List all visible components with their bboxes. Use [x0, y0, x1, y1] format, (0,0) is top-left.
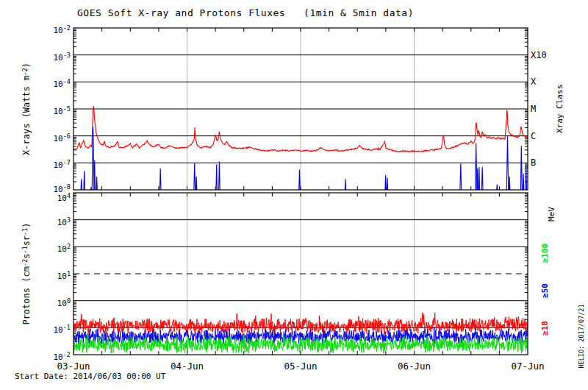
protons-y-tick-label: 103 [38, 215, 71, 228]
goes-flux-plot: GOES Soft X-ray and Protons Fluxes (1min… [0, 0, 588, 390]
xray-blue-spike [481, 167, 483, 190]
xray-blue-spike [216, 164, 218, 190]
proton-energy-label: ≥100 [540, 244, 550, 263]
x-tick-label: 03-Jun [57, 361, 90, 372]
protons-panel [74, 193, 528, 355]
xray-blue-spike [526, 166, 527, 190]
x-tick-label: 06-Jun [398, 361, 431, 372]
xray-blue-spike [520, 146, 522, 190]
xray-y-tick-label: 10-6 [38, 131, 71, 144]
xray-blue-spike [509, 177, 510, 190]
start-date-label: Start Date: 2014/06/03 00:00 UT [15, 372, 165, 381]
xray-class-label: X [531, 77, 536, 87]
xray-blue-spike [476, 143, 477, 190]
protons-y-tick-label: 102 [38, 241, 71, 255]
xray-class-label: X10 [531, 50, 547, 60]
helio-watermark: HELIO: 2017/07/21 [578, 305, 585, 369]
xray-y-tick-label: 10-2 [38, 23, 71, 36]
proton-energy-label: ≥10 [540, 321, 550, 336]
x-tick-label: 07-Jun [511, 361, 544, 372]
x-tick-label: 04-Jun [171, 361, 204, 372]
xray-class-label: C [531, 131, 536, 141]
xray-blue-spike [159, 169, 161, 190]
xray-blue-spike [96, 177, 97, 190]
protons-y-tick-label: 101 [38, 269, 71, 282]
xray-blue-spike [497, 185, 498, 190]
xray-blue-spike [81, 179, 82, 190]
xray-y-tick-label: 10-7 [38, 157, 71, 171]
proton-energy-label: ≥50 [540, 283, 550, 298]
xray-panel [74, 28, 528, 190]
xray-blue-spike [345, 179, 345, 190]
xray-y-tick-label: 10-5 [38, 104, 71, 117]
xray-class-label: M [531, 104, 536, 114]
xray-blue-spike [94, 160, 96, 190]
x-tick-label: 05-Jun [284, 361, 317, 372]
xray-blue-spike [460, 163, 462, 190]
xray-blue-spike [219, 162, 220, 191]
xray-y-tick-label: 10-3 [38, 50, 71, 63]
xray-blue-spike [84, 171, 85, 190]
protons-y-tick-label: 10-1 [38, 322, 71, 336]
xray-blue-spike [385, 175, 386, 190]
xray-y-tick-label: 10-4 [38, 77, 71, 90]
xray-blue-spike [387, 178, 387, 191]
xray-blue-spike [523, 174, 524, 190]
chart-canvas [0, 0, 588, 390]
xray-blue-spike [477, 169, 478, 190]
xray-blue-spike [194, 163, 196, 190]
xray-blue-spike [196, 177, 197, 190]
xray-blue-spike [478, 167, 479, 190]
xray-class-label: B [531, 157, 536, 168]
protons-y-tick-label: 100 [38, 296, 71, 309]
xray-blue-spike [299, 170, 301, 191]
protons-y-tick-label: 104 [38, 191, 71, 204]
